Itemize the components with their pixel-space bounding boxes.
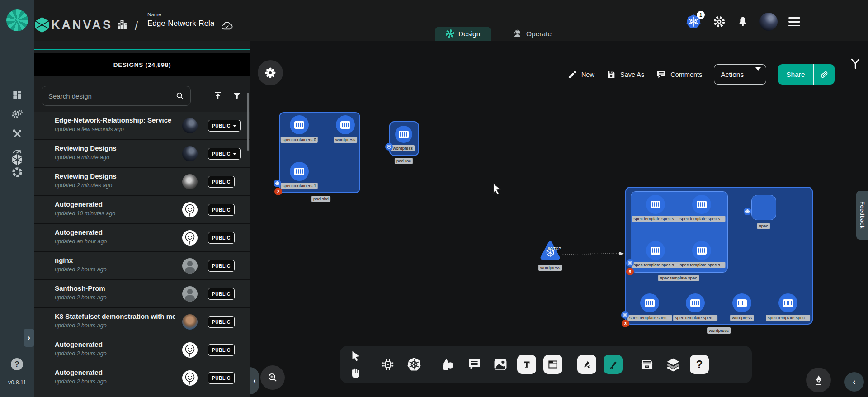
app-version: v0.8.11 <box>0 379 34 386</box>
toolbar-help-button[interactable]: ? <box>688 353 711 376</box>
kanvas-app: KANVAS / Name <box>0 0 868 397</box>
layers-button[interactable] <box>662 353 684 376</box>
user-avatar[interactable] <box>760 13 778 31</box>
views-y-icon[interactable] <box>850 58 861 70</box>
select-tool-button[interactable] <box>345 348 365 364</box>
design-search-input[interactable] <box>47 92 175 100</box>
shapes-tool-button[interactable] <box>437 353 459 376</box>
pan-tool-button[interactable] <box>345 365 365 381</box>
help-button[interactable]: ? <box>11 358 23 370</box>
spec-node[interactable] <box>751 195 776 220</box>
node-label: wordpress <box>730 315 754 321</box>
image-tool-button[interactable] <box>489 353 512 376</box>
pen-tool-button[interactable] <box>576 353 598 376</box>
error-badge[interactable]: 5 <box>626 268 634 275</box>
filter-icon[interactable] <box>229 88 245 104</box>
container-node-wordpress[interactable] <box>395 126 412 143</box>
zoom-button[interactable] <box>260 365 285 390</box>
service-node-wordpress[interactable] <box>540 240 561 263</box>
design-list-item[interactable]: Santhosh-Prom updated 2 hours ago PUBLIC <box>34 280 250 308</box>
nav-configuration-tools-icon[interactable] <box>8 125 26 143</box>
save-as-button[interactable]: Save As <box>606 70 644 80</box>
design-list-item[interactable]: Autogenerated updated an hour ago PUBLIC <box>34 224 250 252</box>
spec-template-spec-group[interactable] <box>631 191 728 273</box>
share-label: Share <box>778 71 813 79</box>
edge-wordpress-to-deployment[interactable] <box>560 249 626 259</box>
design-list-item[interactable]: K8 Statefulset demonstration with mo upd… <box>34 308 250 336</box>
cursor-arrow-icon <box>349 350 361 362</box>
collapse-designs-panel-button[interactable]: ‹ <box>250 367 259 394</box>
menu-hamburger-icon[interactable] <box>788 17 800 27</box>
feedback-tab[interactable]: Feedback <box>856 191 868 240</box>
container-node[interactable] <box>778 293 797 312</box>
container-node-wordpress[interactable] <box>732 293 751 312</box>
meshery-logo-block[interactable] <box>0 0 34 41</box>
pod-skd-label: pod-skd <box>311 196 330 202</box>
comments-button[interactable]: Comments <box>656 69 702 80</box>
nav-kanvas-icon[interactable] <box>8 151 26 169</box>
designs-panel-title: DESIGNS (24,898) <box>34 53 250 76</box>
expand-panel-button[interactable]: › <box>24 329 34 347</box>
container-node[interactable] <box>646 195 665 214</box>
nav-lifecycle-gears-icon[interactable] <box>8 105 26 123</box>
actions-split-button[interactable]: Actions <box>714 64 766 85</box>
design-name-input[interactable] <box>147 19 214 31</box>
canvas-widgets-button[interactable] <box>258 60 283 85</box>
container-node-wordpress[interactable] <box>336 115 355 134</box>
notifications-bell-icon[interactable] <box>737 15 749 28</box>
error-badge[interactable]: 2 <box>274 188 282 195</box>
feedback-label: Feedback <box>859 201 866 229</box>
kubernetes-badge-icon[interactable] <box>621 311 629 319</box>
operate-headset-icon <box>513 29 522 38</box>
kubernetes-badge-icon[interactable] <box>626 259 634 267</box>
window-tool-button[interactable] <box>542 353 564 376</box>
settings-gear-icon[interactable] <box>712 15 726 28</box>
error-badge[interactable]: 3 <box>622 320 629 327</box>
container-node[interactable] <box>686 293 705 312</box>
container-node[interactable] <box>692 195 711 214</box>
design-list-item[interactable]: Autogenerated updated 10 minutes ago PUB… <box>34 196 250 224</box>
container-node[interactable] <box>646 241 665 260</box>
collapse-right-panel-button[interactable]: ‹ <box>844 372 864 392</box>
design-list-item[interactable]: Reviewing Designs updated 2 minutes ago … <box>34 168 250 196</box>
design-list-item[interactable]: Autogenerated updated 2 hours ago PUBLIC <box>34 336 250 364</box>
design-list-item[interactable]: Reviewing Designs updated a minute ago P… <box>34 140 250 168</box>
kubernetes-context-button[interactable]: 1 <box>685 14 702 30</box>
visibility-label: PUBLIC <box>212 320 231 325</box>
nav-dashboard-icon[interactable] <box>8 86 26 104</box>
design-mode-button[interactable] <box>806 368 831 392</box>
design-avatar <box>182 118 198 133</box>
container-node-spec-containers-0[interactable] <box>290 115 309 134</box>
share-split-button[interactable]: Share <box>778 64 834 85</box>
container-node-spec-containers-1[interactable] <box>290 162 309 181</box>
copy-link-button[interactable] <box>814 70 835 80</box>
design-list-item[interactable]: Autogenerated updated 2 hours ago PUBLIC <box>34 364 250 392</box>
kubernetes-badge-icon[interactable] <box>744 208 751 215</box>
organization-icon[interactable] <box>115 18 129 31</box>
container-node[interactable] <box>640 293 659 312</box>
design-avatar <box>182 174 198 189</box>
design-search-box[interactable] <box>42 86 191 106</box>
kubernetes-badge-icon[interactable] <box>274 180 281 187</box>
drawer-button[interactable] <box>636 353 658 376</box>
visibility-select[interactable]: PUBLIC <box>208 120 241 132</box>
kubernetes-tool-button[interactable] <box>403 353 425 376</box>
container-node[interactable] <box>692 241 711 260</box>
designs-scrollbar[interactable] <box>247 93 249 151</box>
visibility-badge: PUBLIC <box>208 204 235 216</box>
comment-tool-button[interactable] <box>463 353 486 376</box>
import-design-icon[interactable] <box>210 88 226 104</box>
actions-caret-button[interactable] <box>750 71 766 79</box>
caret-down-icon <box>233 153 236 155</box>
kubernetes-badge-icon[interactable] <box>385 143 393 151</box>
design-list-item[interactable]: nginx updated 2 hours ago PUBLIC <box>34 252 250 280</box>
design-list-item[interactable]: Edge-Network-Relationship: Service updat… <box>34 112 250 140</box>
text-tool-button[interactable] <box>515 353 538 376</box>
freehand-draw-button[interactable] <box>602 353 624 376</box>
toolbar-divider <box>570 351 570 378</box>
components-tool-button[interactable] <box>377 353 399 376</box>
tab-design[interactable]: Design <box>435 27 491 41</box>
new-button[interactable]: New <box>567 70 594 80</box>
tab-operate[interactable]: Operate <box>502 27 562 41</box>
visibility-select[interactable]: PUBLIC <box>208 148 241 160</box>
